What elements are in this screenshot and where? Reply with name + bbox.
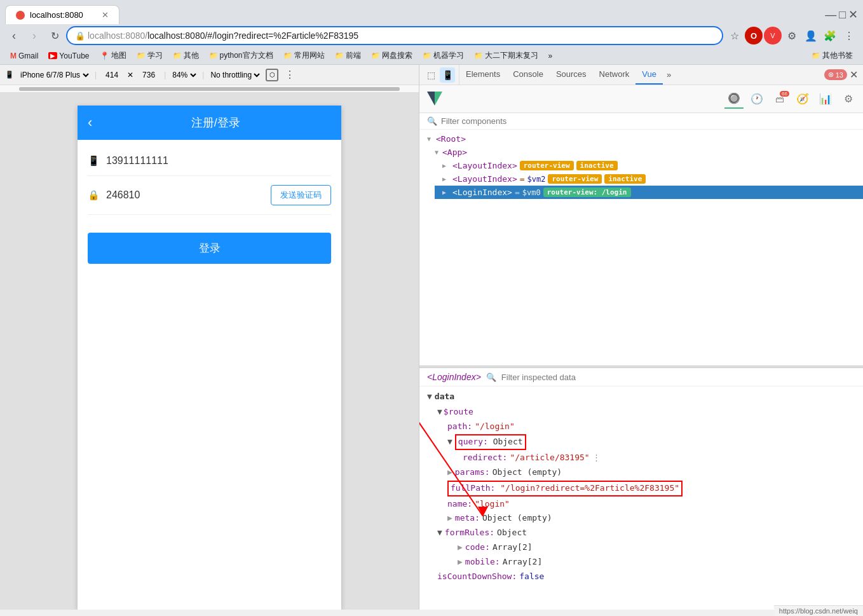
device-toolbar: 📱 iPhone 6/7/8 Plus | 414 ✕ 736 | 84% | …	[0, 65, 419, 85]
filter-data-input[interactable]	[501, 373, 855, 382]
name-row: name: "login"	[447, 497, 855, 512]
bookmark-frontend[interactable]: 📁前端	[330, 49, 366, 62]
fullpath-row: fullPath: "/login?redirect=%2Farticle%2F…	[447, 480, 855, 497]
bookmark-common[interactable]: 📁常用网站	[278, 49, 330, 62]
active-tab[interactable]: localhost:8080 ✕	[5, 5, 119, 24]
params-row: ▶ params: Object (empty)	[447, 465, 855, 480]
zoom-select[interactable]: 84%	[170, 70, 198, 80]
tab-vue[interactable]: Vue	[635, 65, 663, 85]
query-row: ▼ query: Object	[447, 434, 855, 451]
login-btn[interactable]: 登录	[88, 233, 331, 264]
devtools-tabs-bar: ⬚ 📱 Elements Console Sources Network Vue…	[419, 65, 863, 85]
bookmark-youtube[interactable]: ▶ YouTube	[43, 50, 94, 62]
filter-components-input[interactable]	[441, 116, 855, 126]
minimize-icon[interactable]: —	[825, 8, 836, 22]
throttle-select[interactable]: No throttling	[208, 70, 262, 80]
device-select[interactable]: iPhone 6/7/8 Plus	[18, 70, 91, 80]
tab-bar: localhost:8080 ✕ — □ ✕	[0, 0, 863, 24]
badge-inactive-2: inactive	[604, 174, 646, 184]
tab-network[interactable]: Network	[593, 65, 636, 85]
tab-console[interactable]: Console	[506, 65, 550, 85]
maximize-icon[interactable]: □	[839, 8, 846, 22]
phone-icon: 📱	[88, 155, 100, 167]
bookmark-maps[interactable]: 📍地图	[95, 49, 132, 62]
iscountdownshow-row: isCountDownShow: false	[437, 570, 855, 584]
bookmark-gmail[interactable]: M Gmail	[5, 50, 43, 62]
profile-icon[interactable]: 👤	[802, 27, 820, 44]
vue-settings-btn[interactable]: ⚙	[839, 90, 858, 109]
bookmarks-bar: M Gmail ▶ YouTube 📍地图 📁学习 📁其他 📁python官方文…	[0, 47, 863, 65]
meta-row: ▶ meta: Object (empty)	[447, 511, 855, 526]
vue-component-btn[interactable]: 🔘	[724, 90, 744, 109]
vue-vuex-btn[interactable]: 🗃 66	[770, 90, 789, 109]
lock-field-icon: 🔒	[88, 189, 100, 201]
tree-item-layout1[interactable]: ▶ <LayoutIndex> router-view inactive	[435, 159, 863, 172]
back-button[interactable]: ‹	[5, 27, 23, 44]
redirect-row: redirect: "/article/83195" ⋮	[463, 451, 855, 465]
menu-icon[interactable]: ⋮	[840, 27, 858, 44]
star-icon[interactable]: ☆	[726, 27, 744, 44]
toolbar-sep2: |	[164, 71, 166, 79]
tree-item-app[interactable]: ▼ <App>	[427, 146, 863, 159]
code-value: 246810	[106, 189, 264, 201]
tree-arrow-layout2: ▶	[442, 175, 450, 182]
vivaldi-icon[interactable]: V	[764, 27, 782, 44]
bookmark-otherbookmarks[interactable]: 📁其他书签	[806, 49, 858, 62]
device-toggle-btn[interactable]: 📱	[440, 67, 455, 83]
filter-bar: 🔍	[419, 113, 863, 130]
forward-button[interactable]: ›	[25, 27, 43, 44]
extensions-icon[interactable]: 🧩	[821, 27, 839, 44]
address-bar[interactable]: 🔒 localhost:8080/localhost:8080/#/login?…	[66, 26, 723, 45]
phone-value: 13911111111	[106, 155, 168, 167]
tab-sources[interactable]: Sources	[550, 65, 593, 85]
bookmark-review[interactable]: 📁大二下期末复习	[469, 49, 543, 62]
mobile-panel: 📱 iPhone 6/7/8 Plus | 414 ✕ 736 | 84% | …	[0, 65, 419, 610]
formrules-section: ▼ formRules: Object ▶ code: Array[2] ▶ m…	[437, 526, 855, 569]
reload-button[interactable]: ↻	[46, 27, 64, 44]
height-input[interactable]: 736	[137, 71, 160, 79]
status-bar: https://blog.csdn.net/weiq	[774, 605, 863, 616]
more-options-icon[interactable]: ⋮	[285, 69, 295, 81]
query-section: ▼ query: Object redirect: "/article/8319…	[447, 434, 855, 465]
vue-history-btn[interactable]: 🕐	[747, 90, 766, 109]
sensor-icon[interactable]: ⬡	[266, 69, 278, 81]
bookmark-ml[interactable]: 📁机器学习	[418, 49, 469, 62]
mobile-row: ▶ mobile: Array[2]	[458, 555, 855, 570]
route-section: ▼ $route path: "/login" ▼	[437, 405, 855, 526]
tree-item-loginindex[interactable]: ▶ <LoginIndex> = $vm0 router-view: /logi…	[435, 186, 863, 199]
device-select-icon: 📱	[5, 71, 14, 79]
bookmark-study[interactable]: 📁学习	[132, 49, 168, 62]
tab-elements[interactable]: Elements	[459, 65, 506, 85]
devtools-close-btn[interactable]: ✕	[850, 69, 858, 81]
vue-router-btn[interactable]: 🧭	[793, 90, 812, 109]
data-section-label: ▼ data	[427, 389, 855, 405]
bookmark-netdisk[interactable]: 📁网盘搜索	[366, 49, 418, 62]
bookmark-python[interactable]: 📁python官方文档	[204, 49, 278, 62]
svg-marker-1	[427, 92, 435, 106]
opera-icon[interactable]: O	[745, 27, 763, 44]
nav-bar: ‹ › ↻ 🔒 localhost:8080/localhost:8080/#/…	[0, 24, 863, 47]
data-search-icon: 🔍	[486, 373, 496, 382]
code-row: ▶ code: Array[2]	[458, 540, 855, 555]
close-window-icon[interactable]: ✕	[848, 8, 858, 22]
vue-perf-btn[interactable]: 📊	[816, 90, 835, 109]
mobile-form: 📱 13911111111 🔒 246810 发送验证码 登录	[78, 140, 341, 270]
back-arrow-btn[interactable]: ‹	[88, 114, 92, 131]
tree-arrow-layout1: ▶	[442, 162, 450, 169]
bookmark-other[interactable]: 📁其他	[168, 49, 204, 62]
path-row: path: "/login"	[447, 420, 855, 434]
width-input[interactable]: 414	[100, 71, 123, 79]
settings-icon[interactable]: ⚙	[783, 27, 801, 44]
inspected-component-bar: <LoginIndex> 🔍	[419, 368, 863, 387]
more-tabs-btn[interactable]: »	[663, 66, 675, 83]
tree-item-root[interactable]: ▼ <Root>	[419, 132, 863, 146]
header-title: 注册/登录	[100, 115, 331, 130]
tab-favicon	[16, 11, 25, 20]
inspect-element-btn[interactable]: ⬚	[423, 67, 438, 83]
tree-item-layout2[interactable]: ▶ <LayoutIndex> = $vm2 router-view inact…	[435, 172, 863, 186]
bookmark-more[interactable]: »	[543, 50, 558, 62]
tab-close-btn[interactable]: ✕	[102, 10, 109, 20]
badge-router-view-2: router-view	[548, 174, 602, 184]
toolbar-sep3: |	[202, 71, 204, 79]
send-code-btn[interactable]: 发送验证码	[271, 185, 331, 205]
